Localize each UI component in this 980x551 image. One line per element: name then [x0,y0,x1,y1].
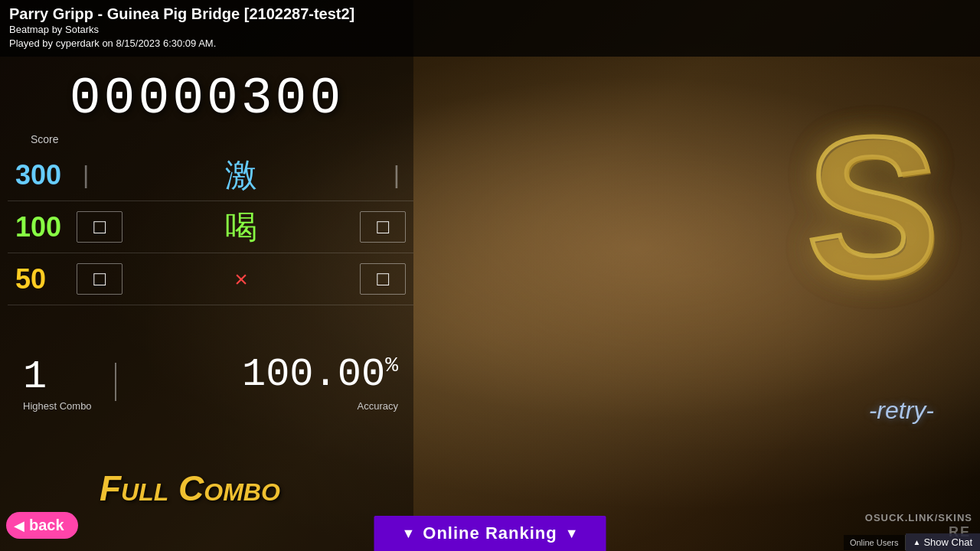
online-ranking-button[interactable]: ▼ Online Ranking ▼ [374,516,606,551]
ranking-label: Online Ranking [423,523,557,543]
kanji-300: 激 [95,154,387,197]
hit-stats: 300 | 激 | 100 □ 喝 □ 50 □ × □ [8,149,413,305]
show-chat-chevron-icon: ▲ [913,538,921,546]
top-bar: Parry Gripp - Guinea Pig Bridge [2102287… [0,0,980,57]
skin-link: OSUCK.LINK/SKINS [865,512,972,523]
show-chat-button[interactable]: ▲ Show Chat [906,533,981,551]
ranking-arrow-right-icon: ▼ [565,526,579,542]
grade-letter: S [806,107,939,306]
score-label: Score [15,133,59,145]
beatmap-author: Beatmap by Sotarks [9,23,971,37]
back-button[interactable]: ◀ back [6,512,78,539]
bottom-right-bar: Online Users ▲ Show Chat [844,533,980,551]
combo-block: 1 Highest Combo [23,357,92,412]
hit-50-count-right: □ [360,263,406,295]
stats-divider [115,363,116,401]
combo-value: 1 [23,357,92,397]
hit-50-value: 50 [15,263,77,295]
full-combo-banner: Full Combo [100,468,280,509]
hit-50-row: 50 □ × □ [8,253,413,305]
hit-100-count-right: □ [360,211,406,243]
accuracy-number: 100.00 [242,352,385,397]
accuracy-symbol: % [385,354,398,377]
kanji-100: 喝 [122,206,360,249]
ranking-arrow-left-icon: ▼ [401,526,415,542]
sep-300-right: | [394,161,400,189]
sep-300-left: | [83,161,89,189]
combo-label: Highest Combo [23,400,92,412]
online-users-label: Online Users [844,535,906,550]
show-chat-label: Show Chat [923,536,972,548]
hit-100-row: 100 □ 喝 □ [8,201,413,253]
hit-300-row: 300 | 激 | [8,149,413,201]
played-by: Played by cyperdark on 8/15/2023 6:30:09… [9,37,971,51]
retry-button[interactable]: -retry- [869,396,934,425]
hit-300-value: 300 [15,159,77,191]
back-label: back [29,517,64,534]
score-number: 00000300 [0,73,413,125]
accuracy-value: 100.00% [242,352,398,397]
hit-100-count-left: □ [77,211,122,243]
score-section: 00000300 [0,73,413,125]
accuracy-block: 100.00% Accuracy [242,352,398,412]
song-title: Parry Gripp - Guinea Pig Bridge [2102287… [9,5,971,23]
back-arrow-icon: ◀ [14,517,24,534]
kanji-miss: × [122,266,360,292]
hit-50-count-left: □ [77,263,122,295]
bottom-stats: 1 Highest Combo 100.00% Accuracy [8,352,413,412]
hit-100-value: 100 [15,211,77,243]
grade-display: S [781,92,965,321]
accuracy-label: Accuracy [242,400,398,412]
